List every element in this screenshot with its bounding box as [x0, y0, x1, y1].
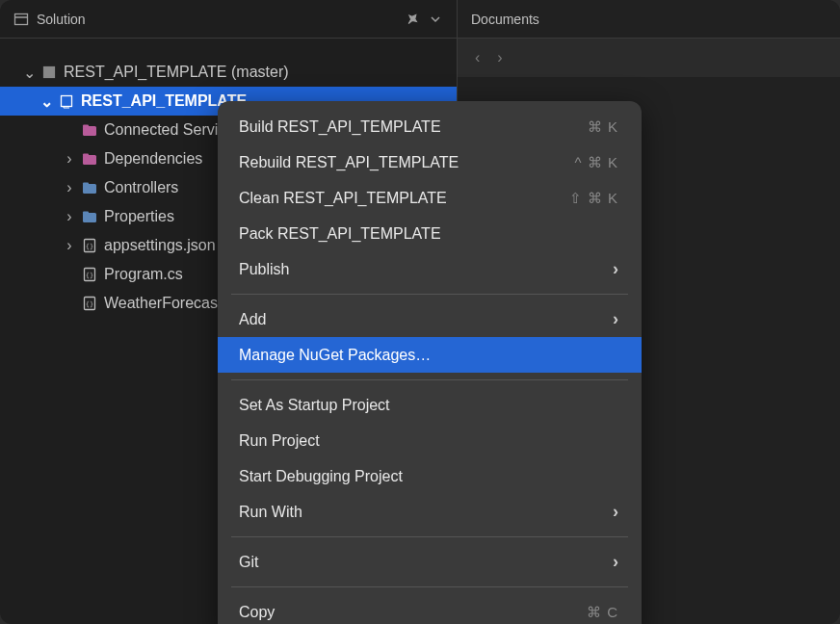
documents-nav: ‹ ›	[458, 39, 840, 77]
menu-item-label: Build REST_API_TEMPLATE	[239, 118, 578, 136]
menu-item[interactable]: Manage NuGet Packages…	[218, 337, 642, 373]
menu-item-label: Set As Startup Project	[239, 397, 618, 414]
svg-rect-10	[83, 183, 89, 186]
chevron-right-icon: ›	[613, 259, 618, 279]
code-icon: {}	[81, 266, 98, 283]
caret-icon[interactable]: ›	[64, 150, 75, 168]
menu-item-label: Start Debugging Project	[239, 468, 618, 485]
chevron-down-icon[interactable]	[428, 12, 443, 27]
menu-item-label: Publish	[239, 261, 603, 278]
menu-item-label: Git	[239, 554, 603, 571]
caret-down-icon[interactable]: ⌄	[23, 64, 35, 82]
tree-item-label: appsettings.json	[104, 237, 216, 254]
menu-separator	[231, 536, 628, 537]
menu-item[interactable]: Rebuild REST_API_TEMPLATE^ ⌘ K	[218, 144, 642, 180]
menu-shortcut: ⌘ K	[588, 118, 618, 136]
pin-icon[interactable]	[405, 12, 420, 27]
menu-item[interactable]: Run Project	[218, 423, 642, 458]
solution-label: REST_API_TEMPLATE (master)	[64, 64, 289, 81]
panel-window-icon	[13, 12, 29, 27]
menu-item[interactable]: Clean REST_API_TEMPLATE⇧ ⌘ K	[218, 180, 642, 216]
menu-separator	[231, 294, 628, 295]
menu-item[interactable]: Run With›	[218, 494, 642, 530]
solution-node[interactable]: ⌄ REST_API_TEMPLATE (master)	[0, 58, 457, 87]
caret-down-icon[interactable]: ⌄	[40, 92, 52, 111]
solution-icon	[40, 64, 58, 81]
documents-panel-title: Documents	[471, 12, 827, 27]
nav-back-icon[interactable]: ‹	[475, 49, 480, 66]
menu-item-label: Rebuild REST_API_TEMPLATE	[239, 154, 565, 171]
svg-rect-4	[62, 96, 72, 107]
svg-rect-0	[15, 13, 28, 24]
menu-item-label: Run Project	[239, 432, 618, 450]
menu-separator	[231, 379, 628, 380]
menu-separator	[231, 586, 628, 587]
tree-item-label: Controllers	[104, 179, 178, 196]
solution-panel-header: Solution	[0, 0, 457, 39]
menu-item[interactable]: Add›	[218, 301, 642, 337]
caret-icon[interactable]: ›	[64, 237, 75, 254]
menu-item-label: Pack REST_API_TEMPLATE	[239, 225, 618, 243]
svg-text:{}: {}	[86, 243, 93, 250]
nav-forward-icon[interactable]: ›	[497, 49, 502, 66]
svg-rect-8	[83, 154, 89, 157]
context-menu[interactable]: Build REST_API_TEMPLATE⌘ KRebuild REST_A…	[218, 101, 642, 624]
folder-pink-icon	[81, 150, 98, 168]
menu-item[interactable]: Publish›	[218, 251, 642, 287]
folder-icon	[81, 208, 98, 225]
menu-item[interactable]: Set As Startup Project	[218, 387, 642, 423]
tree-item-label: Dependencies	[104, 150, 202, 168]
svg-text:{}: {}	[86, 272, 93, 279]
menu-item[interactable]: Copy⌘ C	[218, 594, 642, 624]
code-icon: {}	[81, 295, 98, 312]
menu-item[interactable]: Git›	[218, 544, 642, 580]
caret-icon[interactable]: ›	[64, 179, 75, 196]
tree-item-label: Program.cs	[104, 266, 183, 283]
menu-item[interactable]: Build REST_API_TEMPLATE⌘ K	[218, 109, 642, 144]
menu-item-label: Manage NuGet Packages…	[239, 347, 618, 364]
code-icon: {}	[81, 237, 98, 254]
menu-shortcut: ^ ⌘ K	[575, 154, 618, 171]
menu-item[interactable]: Pack REST_API_TEMPLATE	[218, 216, 642, 251]
project-icon	[58, 92, 75, 110]
folder-pink-icon	[81, 121, 98, 139]
svg-text:{}: {}	[86, 300, 93, 308]
documents-panel-header: Documents	[458, 0, 840, 39]
folder-icon	[81, 179, 98, 196]
menu-item-label: Run With	[239, 504, 603, 521]
menu-shortcut: ⌘ C	[587, 604, 618, 621]
chevron-right-icon: ›	[613, 309, 618, 329]
svg-rect-12	[83, 212, 89, 215]
menu-shortcut: ⇧ ⌘ K	[569, 190, 618, 207]
tree-item-label: Properties	[104, 208, 174, 225]
chevron-right-icon: ›	[613, 552, 618, 572]
menu-item-label: Clean REST_API_TEMPLATE	[239, 190, 560, 207]
solution-panel-title: Solution	[37, 12, 397, 27]
menu-item-label: Copy	[239, 604, 577, 621]
svg-rect-6	[83, 125, 89, 128]
chevron-right-icon: ›	[613, 502, 618, 522]
menu-item[interactable]: Start Debugging Project	[218, 458, 642, 494]
caret-icon[interactable]: ›	[64, 208, 75, 225]
svg-rect-2	[44, 67, 55, 78]
menu-item-label: Add	[239, 311, 603, 328]
